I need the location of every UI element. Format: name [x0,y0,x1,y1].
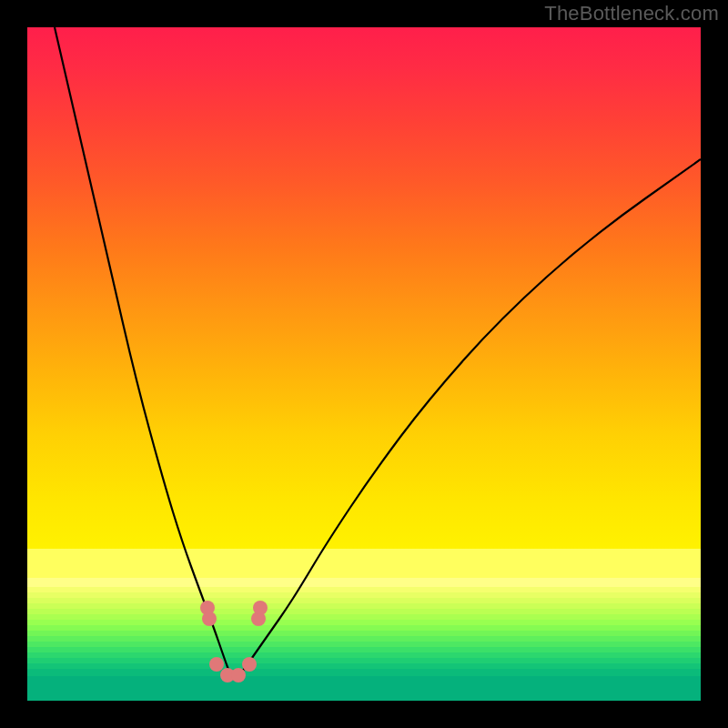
curve-marker [253,601,268,615]
curve-marker [209,657,224,672]
curve-markers [200,601,268,682]
watermark-text: TheBottleneck.com [544,2,719,25]
curve-marker [231,668,246,682]
plot-area [27,27,701,701]
curve-marker [242,657,257,672]
bottleneck-curve [55,27,701,677]
chart-frame: TheBottleneck.com [0,0,728,728]
curve-svg [27,27,701,701]
curve-marker [202,612,217,626]
